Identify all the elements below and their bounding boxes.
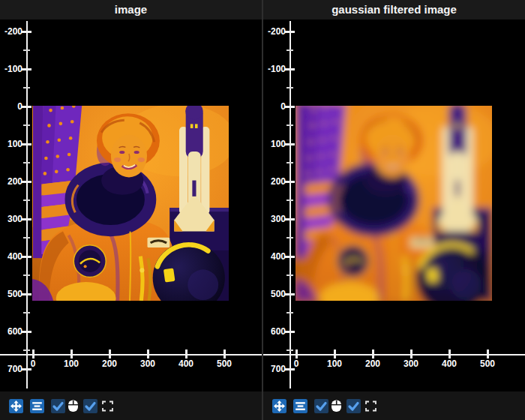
y-tick-label: 300 — [263, 213, 286, 225]
panzoom-checkbox[interactable] — [51, 399, 65, 413]
center-scene-button[interactable] — [30, 399, 44, 413]
image-viewer-window: image -200-10001002003004005006007000100… — [0, 0, 525, 420]
y-tick-mark — [22, 106, 32, 108]
checkmark-icon — [314, 399, 328, 413]
y-tick-label: -200 — [0, 26, 22, 38]
y-tick-mark — [22, 218, 32, 220]
x-tick-mark — [32, 350, 34, 358]
plot-area[interactable]: -200-10001002003004005006007000100200300… — [263, 20, 525, 392]
checkmark-icon — [346, 399, 361, 413]
y-minor-tick-mark — [286, 350, 293, 351]
y-minor-tick-mark — [23, 200, 30, 201]
x-tick-mark — [410, 350, 412, 358]
mouse-icon — [66, 399, 80, 413]
y-minor-tick-mark — [286, 274, 293, 276]
y-tick-mark — [22, 31, 32, 33]
y-tick-mark — [285, 181, 295, 183]
maintain-aspect-checkbox[interactable] — [83, 399, 98, 413]
plot-title: image — [0, 0, 262, 20]
x-tick-label: 200 — [356, 358, 389, 369]
autoscale-button[interactable] — [9, 399, 23, 413]
fullscreen-corners-icon — [364, 399, 378, 413]
expand-arrows-icon — [272, 399, 286, 413]
y-tick-label: 600 — [0, 326, 22, 338]
y-tick-label: 100 — [263, 138, 286, 150]
y-tick-mark — [22, 293, 32, 296]
y-tick-mark — [285, 256, 295, 258]
fullscreen-button[interactable] — [364, 399, 378, 413]
y-minor-tick-mark — [23, 274, 30, 276]
y-tick-mark — [22, 143, 32, 146]
y-tick-label: -200 — [263, 26, 286, 38]
x-tick-label: 100 — [318, 358, 351, 369]
y-minor-tick-mark — [23, 162, 30, 164]
x-axis-line — [263, 354, 525, 356]
x-tick-label: 0 — [16, 358, 50, 369]
panzoom-checkbox[interactable] — [314, 399, 328, 413]
x-tick-label: 200 — [93, 358, 126, 369]
checkmark-icon — [83, 399, 98, 413]
y-tick-label: -100 — [263, 63, 286, 75]
x-tick-label: 100 — [55, 358, 88, 369]
x-tick-mark — [224, 350, 226, 358]
y-tick-mark — [22, 331, 32, 333]
y-tick-mark — [285, 68, 295, 70]
y-tick-mark — [285, 143, 295, 146]
x-tick-mark — [185, 350, 188, 358]
astronaut-image — [32, 106, 229, 301]
y-tick-label: 0 — [0, 100, 22, 112]
y-tick-mark — [22, 181, 32, 183]
y-tick-label: 100 — [0, 138, 22, 150]
y-minor-tick-mark — [286, 87, 293, 88]
y-tick-mark — [285, 31, 295, 33]
y-tick-label: 200 — [0, 176, 22, 188]
y-tick-label: 600 — [263, 326, 286, 338]
x-tick-label: 300 — [394, 358, 428, 369]
y-minor-tick-mark — [23, 124, 30, 126]
y-minor-tick-mark — [286, 124, 293, 126]
y-tick-mark — [285, 331, 295, 333]
y-tick-mark — [285, 293, 295, 296]
panel-gaussian-filtered-image: gaussian filtered image -200-10001002003… — [263, 0, 525, 420]
x-tick-mark — [147, 350, 149, 358]
gaussian-filtered-astronaut-image — [296, 106, 492, 301]
y-minor-tick-mark — [286, 200, 293, 201]
autoscale-button[interactable] — [272, 399, 286, 413]
x-tick-mark — [70, 350, 73, 358]
y-tick-label: -100 — [0, 63, 22, 75]
maintain-aspect-checkbox[interactable] — [346, 399, 361, 413]
plot-title: gaussian filtered image — [263, 0, 525, 20]
y-tick-mark — [285, 218, 295, 220]
fullscreen-button[interactable] — [100, 399, 115, 413]
plot-area[interactable]: -200-10001002003004005006007000100200300… — [0, 20, 262, 392]
y-minor-tick-mark — [23, 312, 30, 314]
align-center-icon — [293, 399, 308, 413]
y-tick-mark — [22, 256, 32, 258]
x-tick-label: 400 — [170, 358, 202, 369]
mouse-icon — [66, 399, 80, 413]
y-tick-label: 400 — [263, 250, 286, 262]
y-axis-line — [26, 21, 28, 388]
align-center-icon — [30, 399, 44, 413]
x-tick-mark — [334, 350, 336, 358]
center-scene-button[interactable] — [293, 399, 308, 413]
x-tick-label: 0 — [280, 358, 313, 369]
y-minor-tick-mark — [286, 50, 293, 51]
subplot-toolbar — [263, 392, 525, 420]
y-tick-label: 400 — [0, 250, 22, 262]
x-tick-label: 400 — [433, 358, 466, 369]
y-tick-label: 200 — [263, 176, 286, 188]
y-axis-line — [290, 21, 291, 388]
subplot-toolbar — [0, 392, 262, 420]
y-tick-label: 0 — [263, 100, 286, 112]
y-minor-tick-mark — [23, 350, 30, 351]
y-tick-mark — [285, 106, 295, 108]
y-minor-tick-mark — [23, 50, 30, 51]
x-axis-line — [0, 354, 262, 356]
y-tick-label: 300 — [0, 213, 22, 225]
x-tick-mark — [487, 350, 489, 358]
y-tick-label: 500 — [263, 288, 286, 300]
checkmark-icon — [51, 399, 65, 413]
y-minor-tick-mark — [286, 162, 293, 164]
y-minor-tick-mark — [23, 237, 30, 238]
